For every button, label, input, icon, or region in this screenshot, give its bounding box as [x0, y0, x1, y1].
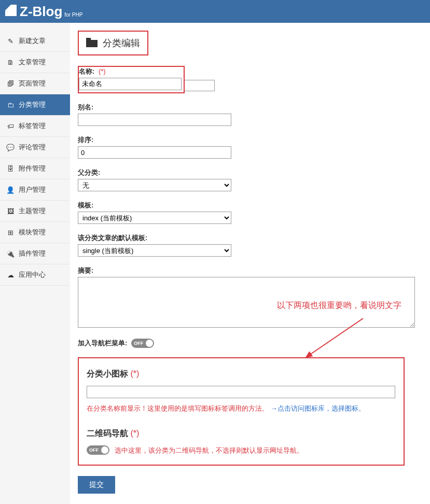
- sidebar-label-7: 用户管理: [19, 185, 46, 194]
- order-input[interactable]: [78, 146, 231, 159]
- svg-rect-0: [86, 38, 91, 39]
- sidebar-icon-7: 👤: [6, 186, 15, 194]
- annotation-text: 以下两项也很重要哟，看说明文字: [277, 299, 412, 312]
- alias-group: 别名:: [78, 103, 417, 126]
- page-title-box: 分类编辑: [78, 31, 148, 55]
- name-input-ext[interactable]: [184, 80, 215, 91]
- sidebar-label-1: 文章管理: [19, 58, 46, 67]
- nav-menu-toggle[interactable]: OFF: [131, 339, 154, 348]
- sidebar-item-1[interactable]: 🗎文章管理: [0, 52, 70, 73]
- qr-section-title: 二维码导航 (*): [87, 428, 396, 439]
- sidebar-icon-0: ✎: [6, 37, 15, 45]
- parent-group: 父分类: 无: [78, 168, 417, 191]
- sidebar-icon-8: 🖼: [6, 207, 15, 215]
- qr-section: 二维码导航 (*) OFF 选中这里，该分类为二维码导航，不选择则默认显示网址导…: [87, 428, 396, 456]
- sidebar-item-0[interactable]: ✎新建文章: [0, 31, 70, 52]
- template-label: 模板:: [78, 201, 417, 210]
- name-highlight-box: 名称: (*): [78, 66, 185, 93]
- order-label: 排序:: [78, 135, 417, 145]
- sidebar-item-8[interactable]: 🖼主题管理: [0, 201, 70, 222]
- icon-section-title: 分类小图标 (*): [87, 369, 396, 380]
- article-template-group: 该分类文章的默认模板: single (当前模板): [78, 233, 417, 257]
- article-template-select[interactable]: single (当前模板): [78, 244, 231, 257]
- summary-group: 摘要:: [78, 266, 417, 329]
- sidebar-icon-9: ⊞: [6, 229, 15, 236]
- qr-toggle[interactable]: OFF: [87, 445, 109, 455]
- sidebar-item-11[interactable]: ☁应用中心: [0, 264, 70, 286]
- name-label: 名称: (*): [79, 67, 182, 76]
- sidebar-label-4: 标签管理: [19, 121, 46, 131]
- sidebar-label-3: 分类管理: [19, 100, 46, 109]
- sidebar-label-6: 附件管理: [19, 164, 46, 173]
- alias-input[interactable]: [78, 114, 231, 126]
- icon-library-link[interactable]: →点击访问图标库，选择图标。: [271, 404, 365, 412]
- name-input[interactable]: [79, 78, 182, 90]
- sidebar-item-7[interactable]: 👤用户管理: [0, 179, 70, 201]
- sidebar-label-11: 应用中心: [19, 270, 46, 279]
- sidebar-item-2[interactable]: 🗐页面管理: [0, 73, 70, 94]
- order-group: 排序:: [78, 135, 417, 159]
- page-title: 分类编辑: [103, 37, 140, 49]
- icon-help-text: 在分类名称前显示！这里使用的是填写图标标签调用的方法。 →点击访问图标库，选择图…: [87, 403, 396, 414]
- icon-section: 分类小图标 (*) 在分类名称前显示！这里使用的是填写图标标签调用的方法。 →点…: [87, 369, 396, 414]
- sidebar-label-5: 评论管理: [19, 143, 46, 152]
- nav-menu-label: 加入导航栏菜单:: [78, 339, 127, 348]
- sidebar-label-9: 模块管理: [19, 228, 46, 237]
- qr-help-text: 选中这里，该分类为二维码导航，不选择则默认显示网址导航。: [115, 445, 303, 456]
- logo-sub: for PHP: [64, 12, 82, 18]
- nav-menu-row: 加入导航栏菜单: OFF: [78, 339, 417, 348]
- sidebar-label-2: 页面管理: [19, 79, 46, 88]
- sidebar-item-6[interactable]: 🗄附件管理: [0, 158, 70, 179]
- main-content: 分类编辑 名称: (*) 别名: 排序: 父分类: 无: [70, 23, 430, 504]
- icon-input[interactable]: [87, 386, 395, 398]
- sidebar-icon-10: 🔌: [6, 250, 15, 258]
- template-select[interactable]: index (当前模板): [78, 212, 231, 224]
- sidebar-icon-6: 🗄: [6, 165, 15, 173]
- sidebar-icon-2: 🗐: [6, 80, 15, 88]
- sidebar-item-4[interactable]: 🏷标签管理: [0, 116, 70, 137]
- sidebar-item-5[interactable]: 💬评论管理: [0, 137, 70, 158]
- name-group: 名称: (*): [78, 66, 417, 93]
- sidebar-item-3[interactable]: 🗀分类管理: [0, 94, 70, 116]
- parent-select[interactable]: 无: [78, 179, 231, 191]
- sidebar-icon-11: ☁: [6, 271, 15, 279]
- sidebar-icon-5: 💬: [6, 144, 15, 151]
- logo-text: Z-Blog: [20, 4, 62, 20]
- submit-button[interactable]: 提交: [78, 476, 115, 494]
- sidebar-label-0: 新建文章: [19, 36, 46, 46]
- article-template-label: 该分类文章的默认模板:: [78, 233, 417, 243]
- parent-label: 父分类:: [78, 168, 417, 177]
- folder-icon: [86, 38, 98, 49]
- sidebar-item-9[interactable]: ⊞模块管理: [0, 222, 70, 243]
- logo: Z-Blog for PHP: [5, 4, 82, 20]
- summary-label: 摘要:: [78, 266, 417, 275]
- sidebar-label-8: 主题管理: [19, 206, 46, 216]
- highlight-box: 分类小图标 (*) 在分类名称前显示！这里使用的是填写图标标签调用的方法。 →点…: [78, 357, 405, 466]
- template-group: 模板: index (当前模板): [78, 201, 417, 224]
- sidebar-icon-3: 🗀: [6, 101, 15, 109]
- sidebar-icon-1: 🗎: [6, 59, 15, 66]
- sidebar: ✎新建文章🗎文章管理🗐页面管理🗀分类管理🏷标签管理💬评论管理🗄附件管理👤用户管理…: [0, 23, 70, 504]
- sidebar-item-10[interactable]: 🔌插件管理: [0, 243, 70, 264]
- header: Z-Blog for PHP: [0, 0, 430, 23]
- alias-label: 别名:: [78, 103, 417, 112]
- logo-icon: [5, 5, 17, 16]
- sidebar-icon-4: 🏷: [6, 122, 15, 130]
- qr-row: OFF 选中这里，该分类为二维码导航，不选择则默认显示网址导航。: [87, 445, 396, 456]
- sidebar-label-10: 插件管理: [19, 249, 46, 258]
